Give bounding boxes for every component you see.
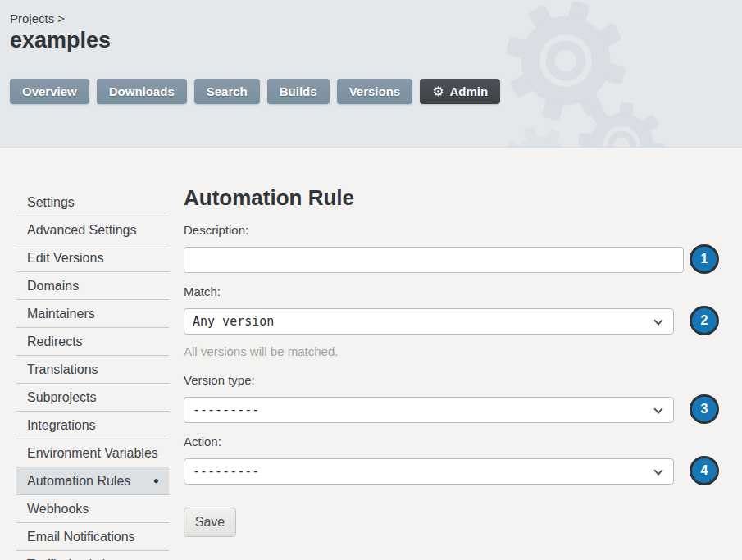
page-title: examples (10, 28, 111, 53)
version-type-field: Version type: --------- 3 (184, 373, 685, 423)
breadcrumb-separator: > (57, 11, 65, 25)
sidebar-item-email-notifications[interactable]: Email Notifications (16, 523, 169, 551)
tab-versions[interactable]: Versions (337, 79, 413, 104)
active-dot-icon: ● (153, 467, 159, 494)
action-label: Action: (184, 435, 685, 452)
version-type-select[interactable]: --------- (184, 397, 674, 423)
sidebar-item-automation-rules[interactable]: ● Automation Rules (16, 467, 169, 495)
chevron-down-icon (653, 404, 662, 413)
chevron-down-icon (653, 316, 662, 325)
save-button[interactable]: Save (184, 508, 236, 537)
description-field: Description: 1 (184, 223, 685, 273)
annotation-badge-1: 1 (690, 244, 719, 274)
sidebar-item-label: Automation Rules (27, 474, 130, 488)
chevron-down-icon (653, 466, 662, 475)
form-title: Automation Rule (184, 185, 685, 210)
sidebar-item-domains[interactable]: Domains (16, 272, 169, 300)
tab-admin-label: Admin (450, 84, 489, 98)
annotation-badge-4: 4 (690, 456, 719, 485)
sidebar-item-translations[interactable]: Translations (16, 356, 169, 384)
admin-sidebar: Settings Advanced Settings Edit Versions… (16, 189, 169, 560)
sidebar-item-environment-variables[interactable]: Environment Variables (16, 439, 169, 467)
tab-builds[interactable]: Builds (267, 79, 330, 104)
match-field: Match: Any version 2 All versions will b… (184, 285, 685, 358)
match-label: Match: (184, 285, 685, 302)
sidebar-item-integrations[interactable]: Integrations (16, 412, 169, 439)
sidebar-item-maintainers[interactable]: Maintainers (16, 300, 169, 328)
annotation-badge-2: 2 (690, 306, 719, 335)
tab-overview[interactable]: Overview (10, 79, 89, 104)
gear-decoration-small-icon (576, 100, 667, 148)
sidebar-item-subprojects[interactable]: Subprojects (16, 384, 169, 412)
sidebar-item-edit-versions[interactable]: Edit Versions (16, 244, 169, 272)
sidebar-item-advanced-settings[interactable]: Advanced Settings (16, 216, 169, 244)
match-help-text: All versions will be matched. (184, 344, 685, 358)
gear-decoration-faint-icon (502, 125, 577, 148)
tab-search[interactable]: Search (194, 79, 260, 104)
description-label: Description: (184, 223, 685, 240)
description-input[interactable] (184, 247, 684, 273)
sidebar-item-settings[interactable]: Settings (16, 189, 169, 216)
tab-downloads[interactable]: Downloads (97, 79, 187, 104)
annotation-badge-3: 3 (690, 394, 719, 424)
page: Projects > examples Overview Downloads S… (0, 0, 742, 560)
project-header: Projects > examples Overview Downloads S… (0, 0, 742, 148)
action-select[interactable]: --------- (184, 458, 674, 485)
version-type-select-value: --------- (193, 403, 259, 417)
sidebar-item-webhooks[interactable]: Webhooks (16, 495, 169, 523)
tab-bar: Overview Downloads Search Builds Version… (10, 79, 500, 104)
breadcrumb: Projects > (10, 11, 65, 25)
gear-icon: ⚙ (432, 85, 444, 98)
match-select-value: Any version (193, 314, 274, 329)
sidebar-item-traffic-analytics[interactable]: Traffic Analytics (16, 551, 169, 560)
automation-rule-form: Automation Rule Description: 1 Match: An… (184, 148, 685, 537)
version-type-label: Version type: (184, 373, 685, 390)
sidebar-item-redirects[interactable]: Redirects (16, 328, 169, 356)
tab-admin[interactable]: ⚙ Admin (420, 79, 500, 104)
match-select[interactable]: Any version (184, 308, 674, 335)
action-select-value: --------- (193, 464, 259, 479)
action-field: Action: --------- 4 (184, 435, 685, 485)
breadcrumb-projects-link[interactable]: Projects (10, 11, 54, 25)
